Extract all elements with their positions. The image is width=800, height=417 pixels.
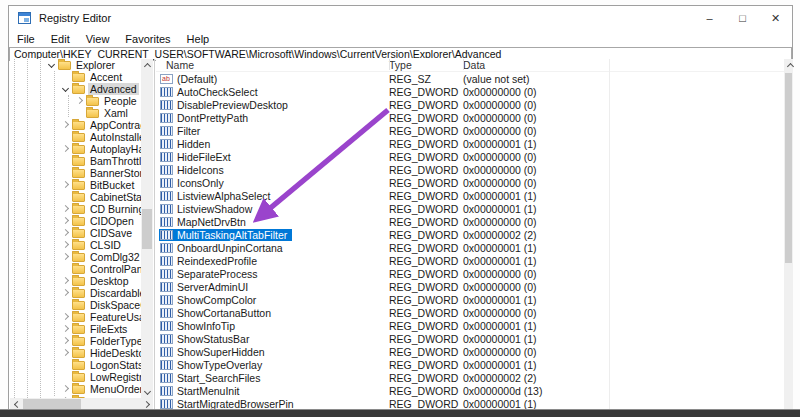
tree-item[interactable]: BannerStore (10, 167, 141, 179)
expander-icon[interactable] (60, 335, 72, 347)
expander-icon[interactable] (60, 227, 72, 239)
tree-item[interactable]: CLSID (10, 239, 141, 251)
expander-icon[interactable] (60, 347, 72, 359)
menu-item[interactable]: Help (179, 33, 218, 45)
list-scrollbar-thumb[interactable] (785, 73, 792, 263)
registry-value-row[interactable]: ShowCompColor REG_DWORD 0x00000001 (1) (156, 293, 784, 306)
tree-item[interactable]: AutoInstalledF (10, 131, 141, 143)
tree-item[interactable]: ComDlg32 (10, 251, 141, 263)
expander-icon[interactable] (60, 275, 72, 287)
registry-value-row[interactable]: ShowCortanaButton REG_DWORD 0x00000000 (… (156, 306, 784, 319)
expander-icon[interactable] (60, 239, 72, 251)
tree-item[interactable]: CIDOpen (10, 215, 141, 227)
column-separator[interactable] (389, 59, 390, 70)
menu-item[interactable]: Favorites (117, 33, 178, 45)
registry-value-row[interactable]: OnboardUnpinCortana REG_DWORD 0x00000001… (156, 241, 784, 254)
tree-item[interactable]: Accent (10, 71, 141, 83)
tree-item[interactable]: LowRegistry (10, 371, 141, 383)
column-separator[interactable] (609, 59, 610, 70)
expander-icon[interactable] (60, 119, 72, 131)
registry-value-row[interactable]: ListviewAlphaSelect REG_DWORD 0x00000001… (156, 189, 784, 202)
expander-icon[interactable] (60, 263, 72, 275)
tree-item[interactable]: ControlPanel (10, 263, 141, 275)
expander-icon[interactable] (60, 215, 72, 227)
tree-item[interactable]: AutoplayHanc (10, 143, 141, 155)
tree-item[interactable]: MenuOrder (10, 383, 141, 395)
registry-value-row[interactable]: ServerAdminUI REG_DWORD 0x00000000 (0) (156, 280, 784, 293)
menu-item[interactable]: Edit (43, 33, 78, 45)
expander-icon[interactable] (60, 71, 72, 83)
expander-icon[interactable] (74, 95, 86, 107)
pane-splitter[interactable] (154, 59, 155, 410)
expander-icon[interactable] (60, 203, 72, 215)
tree-item[interactable]: BamThrottling (10, 155, 141, 167)
registry-value-row[interactable]: ShowInfoTip REG_DWORD 0x00000001 (1) (156, 319, 784, 332)
expander-icon[interactable] (46, 59, 58, 71)
tree-item[interactable]: Explorer (10, 59, 141, 71)
expander-icon[interactable] (60, 167, 72, 179)
registry-value-row[interactable]: ShowTypeOverlay REG_DWORD 0x00000001 (1) (156, 358, 784, 371)
tree-hscrollbar-thumb[interactable] (23, 399, 81, 409)
registry-value-row[interactable]: ReindexedProfile REG_DWORD 0x00000001 (1… (156, 254, 784, 267)
tree-item[interactable]: DiskSpaceChe (10, 299, 141, 311)
tree-item[interactable]: LogonStats (10, 359, 141, 371)
expander-icon[interactable] (60, 371, 72, 383)
registry-value-row[interactable]: IconsOnly REG_DWORD 0x00000000 (0) (156, 176, 784, 189)
tree-vertical-scrollbar[interactable] (141, 59, 153, 410)
expander-icon[interactable] (60, 359, 72, 371)
expander-icon[interactable] (60, 131, 72, 143)
expander-icon[interactable] (60, 191, 72, 203)
expander-icon[interactable] (60, 251, 72, 263)
maximize-button[interactable]: □ (726, 6, 759, 30)
tree-item[interactable]: Xaml (10, 107, 141, 119)
scroll-down-icon[interactable] (141, 386, 153, 398)
registry-value-row[interactable]: Filter REG_DWORD 0x00000000 (0) (156, 124, 784, 137)
tree-item[interactable]: BitBucket (10, 179, 141, 191)
tree-item[interactable]: CD Burning (10, 203, 141, 215)
minimize-button[interactable]: – (693, 6, 726, 30)
registry-value-row[interactable]: MapNetDrvBtn REG_DWORD 0x00000000 (0) (156, 215, 784, 228)
expander-icon[interactable] (60, 143, 72, 155)
expander-icon[interactable] (60, 287, 72, 299)
scroll-up-icon[interactable] (784, 59, 793, 72)
registry-value-row[interactable]: ShowStatusBar REG_DWORD 0x00000001 (1) (156, 332, 784, 345)
tree-item[interactable]: People (10, 95, 141, 107)
registry-value-row[interactable]: ListviewShadow REG_DWORD 0x00000001 (1) (156, 202, 784, 215)
tree-item[interactable]: FolderTypes (10, 335, 141, 347)
expander-icon[interactable] (60, 83, 72, 95)
scroll-up-icon[interactable] (141, 59, 153, 71)
registry-value-row[interactable]: MultiTaskingAltTabFilter REG_DWORD 0x000… (156, 228, 784, 241)
expander-icon[interactable] (60, 155, 72, 167)
column-header-name[interactable]: Name (156, 59, 389, 71)
tree-item[interactable]: FeatureUsage (10, 311, 141, 323)
registry-value-row[interactable]: DontPrettyPath REG_DWORD 0x00000000 (0) (156, 111, 784, 124)
tree-item[interactable]: Advanced (10, 83, 141, 95)
menu-item[interactable]: File (9, 33, 43, 45)
registry-value-row[interactable]: SeparateProcess REG_DWORD 0x00000000 (0) (156, 267, 784, 280)
tree-item[interactable]: Discardable (10, 287, 141, 299)
tree-item[interactable]: Desktop (10, 275, 141, 287)
registry-value-row[interactable]: Hidden REG_DWORD 0x00000001 (1) (156, 137, 784, 150)
column-separator[interactable] (463, 59, 464, 70)
tree-scrollbar-thumb[interactable] (142, 209, 152, 249)
list-vertical-scrollbar[interactable] (784, 59, 793, 410)
registry-value-row[interactable]: ShowSuperHidden REG_DWORD 0x00000000 (0) (156, 345, 784, 358)
tree-item[interactable]: FileExts (10, 323, 141, 335)
menu-item[interactable]: View (78, 33, 118, 45)
registry-value-row[interactable]: HideIcons REG_DWORD 0x00000000 (0) (156, 163, 784, 176)
expander-icon[interactable] (60, 299, 72, 311)
registry-value-row[interactable]: HideFileExt REG_DWORD 0x00000000 (0) (156, 150, 784, 163)
tree-item[interactable]: AppContract (10, 119, 141, 131)
registry-value-row[interactable]: DisablePreviewDesktop REG_DWORD 0x000000… (156, 98, 784, 111)
expander-icon[interactable] (60, 323, 72, 335)
expander-icon[interactable] (60, 179, 72, 191)
column-header-data[interactable]: Data (463, 59, 784, 71)
registry-value-row[interactable]: (Default) REG_SZ (value not set) (156, 72, 784, 85)
tree-item[interactable]: HideDesktopI (10, 347, 141, 359)
registry-value-row[interactable]: Start_SearchFiles REG_DWORD 0x00000002 (… (156, 371, 784, 384)
expander-icon[interactable] (74, 107, 86, 119)
column-header-type[interactable]: Type (389, 59, 463, 71)
expander-icon[interactable] (60, 383, 72, 395)
registry-value-row[interactable]: AutoCheckSelect REG_DWORD 0x00000000 (0) (156, 85, 784, 98)
expander-icon[interactable] (60, 311, 72, 323)
